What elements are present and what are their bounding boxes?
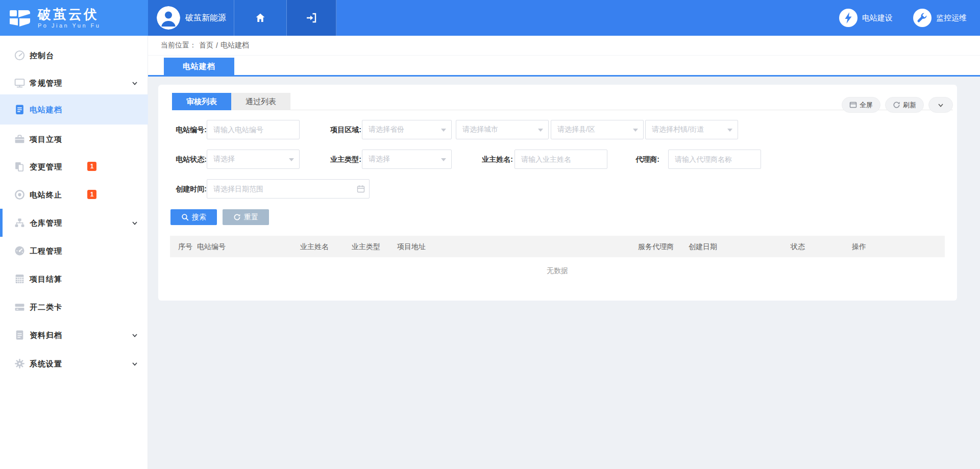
- owner-type-select[interactable]: 请选择: [362, 150, 452, 169]
- module-label: 监控运维: [936, 13, 967, 23]
- create-time-label: 创建时间:: [168, 179, 207, 199]
- logout-button[interactable]: [287, 0, 336, 36]
- brand-subtitle: Po Jian Yun Fu: [38, 22, 101, 29]
- table-header: 序号 电站编号 业主姓名 业主类型 项目地址 服务代理商 创建日期 状态 操作: [170, 236, 945, 257]
- sidebar-item-engineering-mgmt[interactable]: 工程管理: [0, 237, 148, 265]
- sidebar-item-station-filing[interactable]: 电站建档: [0, 94, 148, 125]
- target-icon: [14, 189, 26, 201]
- fullscreen-icon: [849, 101, 857, 109]
- caret-down-icon: [538, 129, 543, 132]
- sidebar-item-warehouse-mgmt[interactable]: 仓库管理: [0, 209, 148, 237]
- home-button[interactable]: [234, 0, 287, 36]
- sidebar-item-dashboard[interactable]: 控制台: [0, 41, 148, 69]
- topbar: 当前位置： 首页 / 电站建档 电站建档: [148, 36, 980, 77]
- top-header: 破茧新能源 电站建设: [148, 0, 980, 36]
- reset-button[interactable]: 重置: [223, 209, 269, 225]
- date-range-input[interactable]: [207, 179, 370, 199]
- module-label: 电站建设: [862, 13, 893, 23]
- caret-down-icon: [441, 129, 446, 132]
- gauge-icon: [14, 245, 26, 257]
- home-icon: [254, 12, 266, 24]
- col-status: 状态: [791, 236, 805, 257]
- caret-down-icon: [727, 129, 732, 132]
- content-card: 审核列表 通过列表 全屏 刷新 电站编号: 项目区域: 请选择省份: [158, 85, 957, 301]
- exit-arrow-icon: [305, 11, 318, 24]
- chevron-down-icon: [132, 332, 138, 338]
- county-select[interactable]: 请选择县/区: [551, 120, 644, 139]
- chevron-down-icon: [132, 80, 138, 86]
- badge-count: 1: [87, 162, 96, 171]
- station-no-input[interactable]: [207, 120, 300, 139]
- sidebar-item-open-class2-card[interactable]: 开二类卡: [0, 293, 148, 321]
- tab-review-list[interactable]: 审核列表: [172, 93, 231, 110]
- badge-count: 1: [87, 190, 96, 199]
- collapse-toolbar-button[interactable]: [928, 97, 953, 113]
- breadcrumb-prefix: 当前位置：: [161, 41, 197, 50]
- chevron-down-icon: [132, 361, 138, 367]
- sidebar-item-data-archive[interactable]: 资料归档: [0, 321, 148, 349]
- search-icon: [181, 213, 189, 221]
- refresh-icon: [893, 101, 900, 109]
- sidebar: 控制台 常规管理 电站建档 项目立项 变更管理 1: [0, 36, 148, 469]
- chevron-down-icon: [937, 102, 944, 109]
- breadcrumb-home[interactable]: 首页: [199, 41, 213, 50]
- briefcase-icon: [14, 133, 26, 145]
- archive-file-icon: [14, 329, 26, 341]
- province-select[interactable]: 请选择省份: [362, 120, 452, 139]
- reset-refresh-icon: [233, 213, 241, 221]
- chevron-down-icon: [132, 220, 138, 226]
- refresh-button[interactable]: 刷新: [885, 97, 924, 113]
- tab-passed-list[interactable]: 通过列表: [231, 93, 290, 110]
- owner-name-input[interactable]: [514, 150, 607, 169]
- wrench-icon: [913, 9, 932, 27]
- col-address: 项目地址: [397, 236, 426, 257]
- brand-title: 破茧云伏: [38, 7, 101, 21]
- dashboard-icon: [14, 50, 26, 61]
- page-tab-station-filing[interactable]: 电站建档: [164, 58, 234, 75]
- col-station-no: 电站编号: [197, 236, 226, 257]
- sidebar-item-system-settings[interactable]: 系统设置: [0, 350, 148, 378]
- module-station-construction[interactable]: 电站建设: [839, 9, 893, 27]
- breadcrumb-current: 电站建档: [220, 41, 249, 50]
- caret-down-icon: [289, 158, 294, 161]
- station-status-select[interactable]: 请选择: [207, 150, 300, 169]
- col-create-date: 创建日期: [689, 236, 717, 257]
- sidebar-item-project-initiation[interactable]: 项目立项: [0, 125, 148, 153]
- document-icon: [14, 104, 26, 115]
- copy-files-icon: [14, 161, 26, 172]
- avatar: [157, 6, 180, 30]
- col-owner-name: 业主姓名: [300, 236, 329, 257]
- sidebar-item-change-mgmt[interactable]: 变更管理 1: [0, 153, 148, 181]
- sidebar-item-general-mgmt[interactable]: 常规管理: [0, 69, 148, 97]
- agent-label: 代理商:: [618, 150, 659, 169]
- card-toolbar: 全屏 刷新: [837, 97, 953, 113]
- brand-logo-icon: [8, 6, 32, 30]
- caret-down-icon: [441, 158, 446, 161]
- module-monitoring-ops[interactable]: 监控运维: [913, 9, 967, 27]
- agent-input[interactable]: [668, 150, 761, 169]
- breadcrumb-separator: /: [216, 41, 218, 50]
- lightning-icon: [839, 9, 857, 27]
- owner-name-label: 业主姓名:: [472, 150, 513, 169]
- fullscreen-button[interactable]: 全屏: [842, 97, 880, 113]
- sitemap-icon: [14, 217, 26, 229]
- city-select[interactable]: 请选择城市: [456, 120, 549, 139]
- search-button[interactable]: 搜索: [170, 209, 217, 225]
- caret-down-icon: [633, 129, 638, 132]
- col-agent: 服务代理商: [638, 236, 674, 257]
- monitor-icon: [14, 77, 26, 89]
- station-status-label: 电站状态:: [168, 150, 207, 169]
- list-tabs: 审核列表 通过列表: [172, 93, 953, 110]
- station-no-label: 电站编号:: [168, 120, 207, 139]
- sidebar-item-project-settlement[interactable]: 项目结算: [0, 265, 148, 293]
- empty-state-text: 无数据: [170, 266, 945, 276]
- owner-type-label: 业主类型:: [322, 150, 361, 169]
- col-seq: 序号: [178, 236, 192, 257]
- calculator-icon: [14, 273, 26, 285]
- town-select[interactable]: 请选择村镇/街道: [645, 120, 738, 139]
- bank-card-icon: [14, 301, 26, 313]
- col-owner-type: 业主类型: [352, 236, 380, 257]
- app-logo-area: 破茧云伏 Po Jian Yun Fu: [0, 0, 148, 36]
- user-company[interactable]: 破茧新能源: [148, 0, 234, 36]
- sidebar-item-station-termination[interactable]: 电站终止 1: [0, 181, 148, 209]
